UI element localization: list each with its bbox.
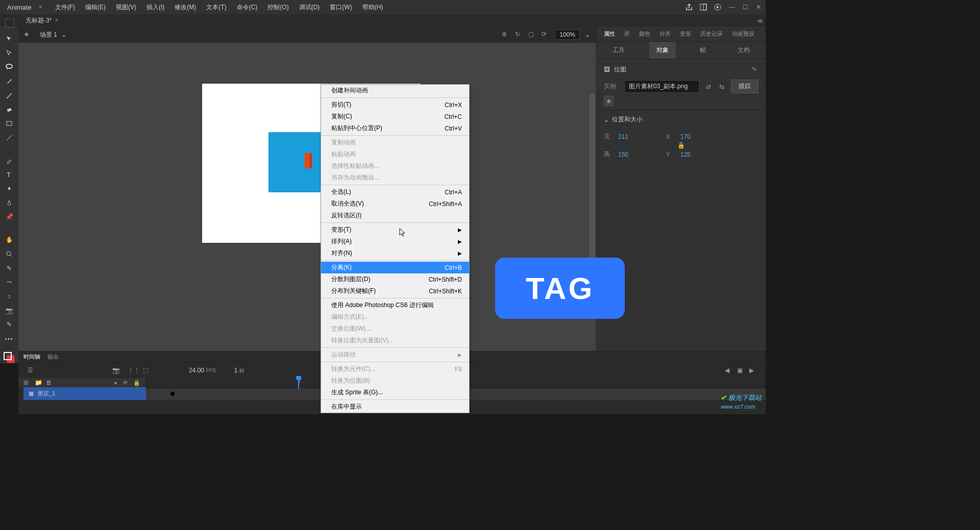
prev-keyframe-icon[interactable]: ◀ [725,367,732,374]
menu-commands[interactable]: 命令(C) [232,0,263,15]
layer-visibility-icon[interactable]: 👁 [122,380,128,386]
frame-value[interactable]: 1 [234,367,238,374]
context-menu-item[interactable]: 对齐(N)▶ [321,247,469,259]
eraser-tool-icon[interactable] [5,105,14,113]
center-stage-icon[interactable]: ⊕ [502,31,510,39]
context-menu-item[interactable]: 分布到关键帧(F)Ctrl+Shift+K [321,285,469,297]
app-sub-close-icon[interactable]: × [39,4,46,11]
context-menu-item[interactable]: 剪切(T)Ctrl+X [321,99,469,111]
play-icon[interactable] [712,1,724,13]
tab-history[interactable]: 历史记录 [696,29,727,39]
layer-highlight-icon[interactable]: ● [114,380,117,386]
transform-tool-icon[interactable]: ✦ [5,185,14,193]
context-menu-item[interactable]: 在库中显示 [321,401,469,413]
subtab-object[interactable]: 对象 [649,42,676,59]
keyframe[interactable] [170,392,175,396]
layer-parent-icon[interactable]: ⬚ [143,367,150,374]
context-menu-item[interactable]: 反转选区(I) [321,210,469,221]
tab-output[interactable]: 输出 [47,353,59,361]
layer-name[interactable]: 图层_1 [38,390,55,397]
add-folder-icon[interactable]: 📁 [35,379,42,386]
context-menu-item[interactable]: 变形(T)▶ [321,224,469,236]
workspace-icon[interactable] [697,1,709,13]
swap-instance-icon[interactable]: ⇄ [704,82,713,92]
delete-layer-icon[interactable]: 🗑 [46,379,53,386]
layer-item[interactable]: ▦ 图层_1 [23,387,146,400]
scene-selector[interactable]: 场景 1 ⌄ [40,31,66,39]
menu-control[interactable]: 控制(O) [262,0,293,15]
fps-value[interactable]: 24.00 [189,367,204,374]
menu-insert[interactable]: 插入(I) [141,0,169,15]
tab-transform[interactable]: 变形 [676,29,695,39]
asset-tool-icon[interactable]: ✎ [5,321,14,329]
more-tools-icon[interactable]: ••• [5,335,14,343]
rotate-stage-icon[interactable]: ↻ [515,31,523,39]
tab-library[interactable]: 库 [620,29,634,39]
menu-edit[interactable]: 编辑(E) [80,0,111,15]
context-menu-item[interactable]: 取消全选(V)Ctrl+Shift+A [321,198,469,210]
swap2-icon[interactable]: ⇆ [718,82,726,92]
pin-tool-icon[interactable]: 📌 [5,213,14,221]
text-tool-icon[interactable]: T [5,170,14,179]
tab-color[interactable]: 颜色 [635,29,654,39]
zoom-chevron-icon[interactable]: ⌄ [585,31,590,38]
layers-icon[interactable]: ☰ [28,367,35,374]
lasso-tool-icon[interactable] [5,63,14,71]
line-tool-icon[interactable] [5,134,14,142]
panel-collapse-icon[interactable]: ≪ [757,17,764,24]
context-menu-item[interactable]: 使用 Adobe Photoshop CS6 进行编辑 [321,299,469,311]
camera-tool-icon[interactable]: 📷 [5,307,14,315]
layer-lock-icon[interactable]: 🔒 [133,380,140,386]
scene-icon[interactable]: ♣ [24,31,33,39]
subtab-tool[interactable]: 工具 [605,42,632,59]
tab-align[interactable]: 对齐 [655,29,675,39]
pen-tool-icon[interactable] [5,199,14,207]
share-icon[interactable] [683,1,695,13]
menu-help[interactable]: 帮助(H) [357,0,388,15]
subtab-document[interactable]: 文档 [730,42,757,59]
bone-tool-icon[interactable]: ⤳ [5,278,14,286]
context-menu-item[interactable]: 粘贴到中心位置(P)Ctrl+V [321,122,469,134]
document-tab[interactable]: 无标题-3* × [20,14,63,27]
context-menu-item[interactable]: 分散到图层(D)Ctrl+Shift+D [321,273,469,285]
context-menu-item[interactable]: 分离(K)Ctrl+B [321,262,469,273]
zoom-tool-icon[interactable] [5,250,14,258]
menu-window[interactable]: 窗口(W) [325,0,357,15]
instance-name-field[interactable]: 图片素材03_副本.png [624,80,699,93]
tab-motion-presets[interactable]: 动画预设 [728,29,758,39]
subtab-frame[interactable]: 帧 [693,42,713,59]
y-value[interactable]: 125 [680,151,701,158]
close-icon[interactable]: ✕ [753,3,764,11]
subselection-tool-icon[interactable] [5,49,14,57]
menu-modify[interactable]: 修改(M) [169,0,201,15]
document-tab-close-icon[interactable]: × [55,17,58,24]
camera-layer-icon[interactable]: 📷 [112,367,119,374]
selection-tool-icon[interactable] [5,35,14,43]
tab-timeline[interactable]: 时间轴 [23,353,40,361]
position-size-header[interactable]: ⌄ 位置和大小 [604,115,758,124]
track-button[interactable]: 跟踪 [731,80,758,93]
width-tool-icon[interactable]: ↕ [5,292,14,300]
home-icon[interactable] [5,18,14,28]
hand-tool-icon[interactable]: ✋ [5,236,14,244]
add-layer-icon[interactable]: ⊞ [23,379,31,386]
menu-debug[interactable]: 调试(D) [294,0,325,15]
context-menu-item[interactable]: 全选(L)Ctrl+A [321,186,469,198]
menu-file[interactable]: 文件(F) [50,0,80,15]
menu-view[interactable]: 视图(V) [111,0,141,15]
menu-text[interactable]: 文本(T) [201,0,231,15]
minimize-icon[interactable]: — [727,3,737,11]
zoom-input[interactable]: 100% [555,30,580,40]
eyedropper-tool-icon[interactable] [5,157,14,165]
maximize-icon[interactable]: ☐ [740,3,750,11]
rectangle-tool-icon[interactable] [5,119,14,128]
x-value[interactable]: 170 [680,133,701,140]
context-menu-item[interactable]: 创建补间动画 [321,85,469,96]
club-icon[interactable]: ♣ [604,95,614,107]
loop-icon[interactable]: ▣ [737,367,744,374]
width-value[interactable]: 211 [618,133,639,140]
stroke-color-icon[interactable] [4,352,12,360]
fit-stage-icon[interactable]: ⟳ [542,31,550,39]
context-menu-item[interactable]: 排列(A)▶ [321,236,469,247]
clip-stage-icon[interactable]: ▢ [528,31,536,39]
